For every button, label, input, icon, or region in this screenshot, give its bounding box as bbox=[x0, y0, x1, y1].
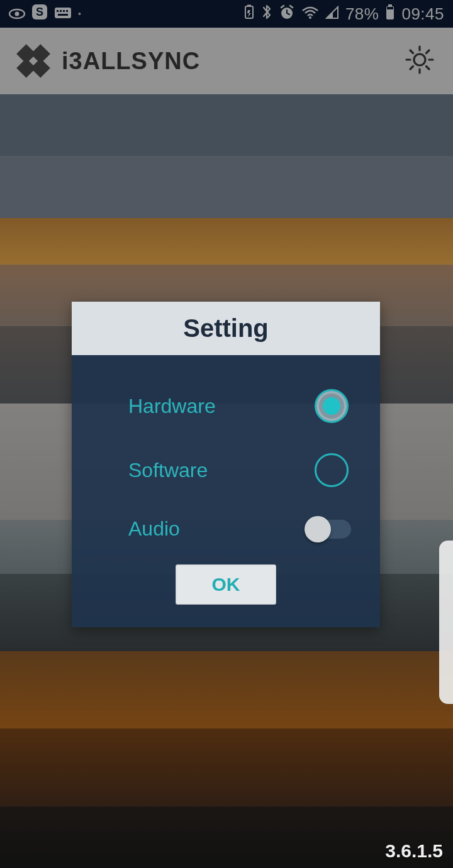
row-hardware[interactable]: Hardware bbox=[97, 374, 355, 438]
status-left: S • bbox=[9, 4, 81, 25]
svg-point-15 bbox=[309, 16, 311, 19]
signal-icon bbox=[325, 4, 339, 24]
logo-mark-icon bbox=[9, 37, 57, 85]
settings-gear-button[interactable] bbox=[403, 43, 437, 79]
battery-percentage: 78% bbox=[345, 4, 379, 24]
wifi-icon bbox=[301, 4, 319, 24]
svg-rect-6 bbox=[60, 10, 62, 12]
software-radio[interactable] bbox=[315, 453, 349, 487]
settings-dialog: Setting Hardware Software Audio OK bbox=[72, 302, 380, 627]
skype-icon: S bbox=[31, 4, 48, 25]
eye-icon bbox=[9, 4, 25, 24]
alarm-icon bbox=[279, 4, 295, 25]
hardware-radio[interactable] bbox=[315, 389, 349, 423]
svg-rect-5 bbox=[57, 10, 59, 12]
battery-saver-icon bbox=[243, 4, 255, 24]
bluetooth-icon bbox=[261, 4, 272, 25]
svg-rect-18 bbox=[387, 7, 393, 9]
svg-point-1 bbox=[15, 11, 20, 16]
audio-toggle[interactable] bbox=[307, 520, 351, 539]
svg-text:S: S bbox=[36, 6, 43, 18]
app-logo: i3ALLSYNC bbox=[16, 44, 200, 78]
software-label: Software bbox=[97, 459, 208, 482]
version-label: 3.6.1.5 bbox=[385, 840, 443, 862]
keyboard-icon bbox=[54, 4, 72, 24]
edge-panel-handle[interactable] bbox=[439, 541, 453, 704]
svg-rect-9 bbox=[58, 14, 68, 16]
dialog-body: Hardware Software Audio OK bbox=[72, 355, 380, 627]
status-right: 78% 09:45 bbox=[243, 4, 444, 25]
clock-time: 09:45 bbox=[401, 4, 444, 24]
hardware-label: Hardware bbox=[97, 395, 216, 418]
svg-rect-11 bbox=[247, 4, 251, 6]
dialog-title: Setting bbox=[72, 302, 380, 355]
svg-line-13 bbox=[281, 6, 284, 8]
svg-rect-4 bbox=[55, 8, 71, 18]
ok-button[interactable]: OK bbox=[176, 564, 276, 605]
dot-icon: • bbox=[78, 9, 81, 19]
audio-label: Audio bbox=[97, 517, 180, 541]
row-software[interactable]: Software bbox=[97, 438, 355, 502]
svg-rect-17 bbox=[388, 4, 392, 6]
gear-icon bbox=[403, 43, 437, 77]
svg-line-14 bbox=[290, 6, 293, 8]
svg-rect-8 bbox=[66, 10, 68, 12]
android-status-bar: S • 78% 09:45 bbox=[0, 0, 453, 28]
battery-icon bbox=[385, 4, 395, 25]
row-audio[interactable]: Audio bbox=[97, 502, 355, 556]
svg-rect-7 bbox=[63, 10, 65, 12]
app-title: i3ALLSYNC bbox=[62, 48, 200, 75]
app-header: i3ALLSYNC bbox=[0, 28, 453, 94]
svg-point-19 bbox=[414, 54, 425, 65]
